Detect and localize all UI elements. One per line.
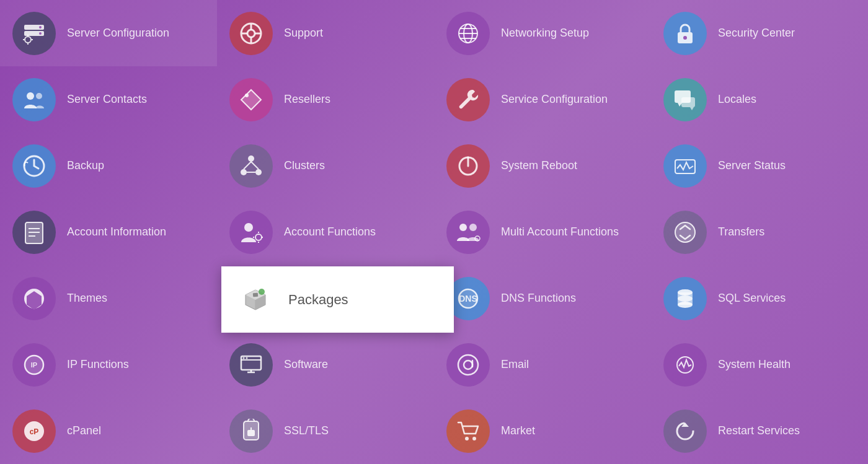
main-grid: Server ConfigurationSupportNetworking Se… <box>0 0 868 464</box>
market-label: Market <box>501 424 535 437</box>
cell-server-configuration[interactable]: Server Configuration <box>0 0 217 66</box>
server-configuration-label: Server Configuration <box>67 27 169 40</box>
cell-resellers[interactable]: Resellers <box>217 66 434 133</box>
cell-locales[interactable]: Locales <box>651 66 868 133</box>
cell-system-reboot[interactable]: System Reboot <box>434 133 651 199</box>
themes-label: Themes <box>67 292 107 305</box>
cell-security-center[interactable]: Security Center <box>651 0 868 66</box>
locales-icon <box>663 78 707 121</box>
dns-functions-label: DNS Functions <box>501 292 576 305</box>
software-icon <box>229 343 273 387</box>
cell-ssl-tls[interactable]: SSL/TLS <box>217 398 434 464</box>
cell-themes[interactable]: Themes <box>0 265 217 331</box>
restart-services-icon <box>663 409 707 453</box>
transfers-icon <box>663 211 707 254</box>
cell-market[interactable]: Market <box>434 398 651 464</box>
support-label: Support <box>284 27 323 40</box>
backup-icon <box>12 144 56 188</box>
ssl-tls-icon <box>229 409 273 453</box>
system-health-label: System Health <box>718 358 790 371</box>
packages-highlight[interactable]: Packages <box>221 266 454 333</box>
account-information-label: Account Information <box>67 225 166 239</box>
cell-account-information[interactable]: Account Information <box>0 199 217 265</box>
networking-setup-label: Networking Setup <box>501 27 589 40</box>
cell-restart-services[interactable]: Restart Services <box>651 398 868 464</box>
cell-service-configuration[interactable]: Service Configuration <box>434 66 651 133</box>
networking-setup-icon <box>446 12 490 55</box>
themes-icon <box>12 277 56 320</box>
market-icon <box>446 409 490 453</box>
cell-multi-account-functions[interactable]: Multi Account Functions <box>434 199 651 265</box>
cell-email[interactable]: Email <box>434 331 651 398</box>
ip-functions-icon <box>12 343 56 387</box>
cell-sql-services[interactable]: SQL Services <box>651 265 868 331</box>
cell-ip-functions[interactable]: IP Functions <box>0 331 217 398</box>
resellers-label: Resellers <box>284 93 330 106</box>
system-health-icon <box>663 343 707 387</box>
cell-dns-functions[interactable]: DNS Functions <box>434 265 651 331</box>
locales-label: Locales <box>718 93 756 106</box>
support-icon <box>229 12 273 55</box>
account-information-icon <box>12 211 56 254</box>
cell-server-contacts[interactable]: Server Contacts <box>0 66 217 133</box>
cell-account-functions[interactable]: Account Functions <box>217 199 434 265</box>
server-status-label: Server Status <box>718 159 786 172</box>
cell-cpanel[interactable]: cPanel <box>0 398 217 464</box>
system-reboot-icon <box>446 144 490 188</box>
packages-icon <box>234 278 277 322</box>
restart-services-label: Restart Services <box>718 424 800 437</box>
cpanel-label: cPanel <box>67 424 101 437</box>
account-functions-icon <box>229 211 273 254</box>
multi-account-functions-label: Multi Account Functions <box>501 225 619 239</box>
server-configuration-icon <box>12 12 56 55</box>
cell-server-status[interactable]: Server Status <box>651 133 868 199</box>
cell-transfers[interactable]: Transfers <box>651 199 868 265</box>
cell-system-health[interactable]: System Health <box>651 331 868 398</box>
cell-support[interactable]: Support <box>217 0 434 66</box>
email-icon <box>446 343 490 387</box>
transfers-label: Transfers <box>718 225 764 239</box>
backup-label: Backup <box>67 159 104 172</box>
email-label: Email <box>501 358 529 371</box>
ssl-tls-label: SSL/TLS <box>284 424 329 437</box>
server-contacts-label: Server Contacts <box>67 93 147 106</box>
cell-backup[interactable]: Backup <box>0 133 217 199</box>
ip-functions-label: IP Functions <box>67 358 129 371</box>
resellers-icon <box>229 78 273 121</box>
system-reboot-label: System Reboot <box>501 159 577 172</box>
cell-software[interactable]: Software <box>217 331 434 398</box>
security-center-icon <box>663 12 707 55</box>
service-configuration-label: Service Configuration <box>501 93 608 106</box>
multi-account-functions-icon <box>446 211 490 254</box>
sql-services-icon <box>663 277 707 320</box>
clusters-icon <box>229 144 273 188</box>
account-functions-label: Account Functions <box>284 225 376 239</box>
software-label: Software <box>284 358 328 371</box>
clusters-label: Clusters <box>284 159 325 172</box>
cell-networking-setup[interactable]: Networking Setup <box>434 0 651 66</box>
server-contacts-icon <box>12 78 56 121</box>
svg-rect-88 <box>253 292 258 297</box>
cpanel-icon <box>12 409 56 453</box>
svg-point-89 <box>259 289 265 295</box>
server-status-icon <box>663 144 707 188</box>
sql-services-label: SQL Services <box>718 292 786 305</box>
packages-label: Packages <box>288 292 348 308</box>
security-center-label: Security Center <box>718 27 795 40</box>
service-configuration-icon <box>446 78 490 121</box>
cell-clusters[interactable]: Clusters <box>217 133 434 199</box>
